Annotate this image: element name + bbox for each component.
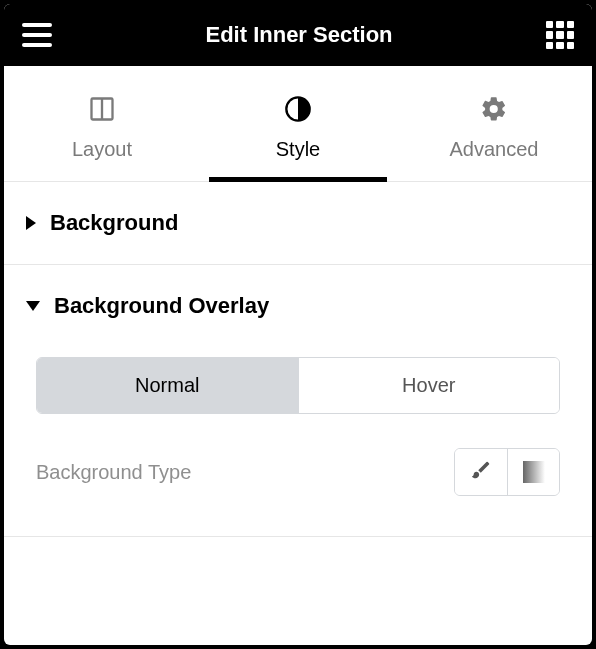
panel-header: Edit Inner Section <box>4 4 592 66</box>
caret-down-icon <box>26 301 40 311</box>
section-background-overlay: Background Overlay Normal Hover Backgrou… <box>4 265 592 537</box>
background-type-options <box>454 448 560 496</box>
tab-label: Advanced <box>450 138 539 161</box>
subtab-hover[interactable]: Hover <box>298 358 560 413</box>
tab-label: Style <box>276 138 320 161</box>
section-body: Normal Hover Background Type <box>4 357 592 536</box>
section-title: Background <box>50 210 178 236</box>
panel-content: Background Background Overlay Normal Hov… <box>4 182 592 537</box>
tab-layout[interactable]: Layout <box>4 66 200 181</box>
panel-title: Edit Inner Section <box>52 22 546 48</box>
main-tabs: Layout Style Advanced <box>4 66 592 182</box>
background-type-classic[interactable] <box>455 449 507 495</box>
gradient-icon <box>523 461 545 483</box>
tab-style[interactable]: Style <box>200 66 396 181</box>
section-toggle-background-overlay[interactable]: Background Overlay <box>4 265 592 347</box>
section-background: Background <box>4 182 592 265</box>
tab-label: Layout <box>72 138 132 161</box>
background-type-label: Background Type <box>36 461 191 484</box>
subtab-normal[interactable]: Normal <box>37 358 298 413</box>
section-toggle-background[interactable]: Background <box>4 182 592 264</box>
tab-advanced[interactable]: Advanced <box>396 66 592 181</box>
caret-right-icon <box>26 216 36 230</box>
section-title: Background Overlay <box>54 293 269 319</box>
menu-icon[interactable] <box>22 23 52 47</box>
state-tabs: Normal Hover <box>36 357 560 414</box>
contrast-icon <box>283 94 313 124</box>
gear-icon <box>479 94 509 124</box>
background-type-gradient[interactable] <box>507 449 559 495</box>
background-type-row: Background Type <box>36 448 560 496</box>
columns-icon <box>87 94 117 124</box>
brush-icon <box>470 459 492 485</box>
apps-grid-icon[interactable] <box>546 21 574 49</box>
